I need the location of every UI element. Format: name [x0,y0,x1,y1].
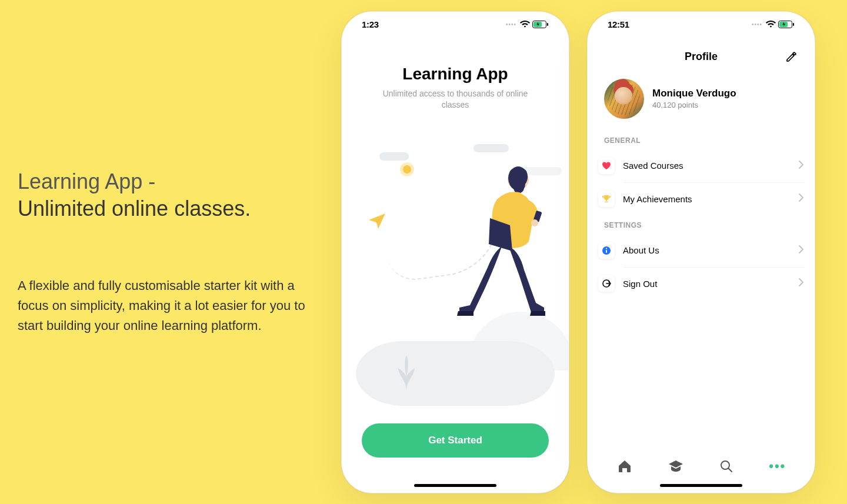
trophy-icon [598,191,615,207]
marketing-copy: Learning App - Unlimited online classes.… [0,168,329,336]
marketing-title-line2: Unlimited online classes. [18,196,251,221]
paper-plane-icon [368,211,388,233]
menu-label: Sign Out [623,279,799,289]
svg-rect-10 [606,250,607,253]
marketing-title: Learning App - Unlimited online classes. [18,168,329,223]
status-bar: 1:23 •••• [342,12,569,38]
chevron-right-icon [799,161,804,171]
menu-label: Saved Courses [623,161,799,171]
wifi-icon [766,21,776,28]
menu-item-signout[interactable]: Sign Out [623,267,804,300]
home-indicator[interactable] [660,484,742,487]
chevron-right-icon [799,278,804,289]
svg-point-5 [531,219,538,226]
search-icon [719,459,733,473]
section-label-general: GENERAL [588,131,815,149]
heart-icon [598,158,615,174]
status-indicators: •••• [752,21,795,28]
menu-list-general: Saved Courses My Achievements [588,149,815,215]
status-time: 12:51 [608,19,629,29]
onboarding-content: Learning App Unlimited access to thousan… [342,38,569,493]
marketing-description: A flexible and fully customisable starte… [18,276,318,336]
menu-item-achievements[interactable]: My Achievements [623,182,804,215]
user-name: Monique Verdugo [652,88,736,99]
walking-person-icon [456,164,556,337]
ground-shape [356,341,555,406]
status-indicators: •••• [506,21,549,28]
pencil-icon [785,51,797,63]
menu-label: About Us [623,245,799,255]
menu-label: My Achievements [623,194,799,204]
chevron-right-icon [799,193,804,204]
graduation-cap-icon [668,459,684,474]
sun-icon [403,165,411,173]
edit-button[interactable] [783,49,799,65]
section-label-settings: SETTINGS [588,215,815,234]
get-started-button[interactable]: Get Started [362,423,549,458]
more-icon: ••• [769,459,786,474]
home-indicator[interactable] [414,484,496,487]
app-title: Learning App [356,65,555,84]
svg-rect-8 [793,23,794,26]
user-info: Monique Verdugo 40,120 points [652,88,736,109]
profile-header: Profile [588,42,815,72]
status-time: 1:23 [362,19,379,29]
tab-search[interactable] [713,453,739,479]
sign-out-icon [598,275,615,292]
cloud-shape [473,144,509,152]
tab-courses[interactable] [663,453,689,479]
phone-screenshots: 1:23 •••• Learning App Unlimited access … [341,11,815,493]
svg-point-11 [606,248,607,249]
avatar[interactable] [604,79,644,119]
tab-more[interactable]: ••• [765,453,791,479]
tab-home[interactable] [612,453,638,479]
phone-profile: 12:51 •••• Profile Monique Verdugo 40,1 [587,11,815,493]
battery-charging-icon [778,21,795,28]
info-icon [598,242,615,259]
svg-rect-2 [547,23,548,26]
user-points: 40,120 points [652,101,736,109]
wifi-icon [520,21,530,28]
menu-item-about[interactable]: About Us [598,234,804,267]
cellular-dots-icon: •••• [752,21,762,28]
home-icon [617,459,632,474]
chevron-right-icon [799,245,804,256]
plant-icon [396,351,417,394]
onboarding-illustration [356,135,555,423]
cloud-shape [379,152,409,161]
menu-list-settings: About Us Sign Out [588,234,815,300]
menu-item-saved-courses[interactable]: Saved Courses [598,149,804,182]
app-subtitle: Unlimited access to thousands of online … [356,88,555,111]
status-bar: 12:51 •••• [588,12,815,38]
phone-onboarding: 1:23 •••• Learning App Unlimited access … [341,11,569,493]
cellular-dots-icon: •••• [506,21,516,28]
battery-charging-icon [532,21,549,28]
marketing-title-line1: Learning App - [18,169,155,193]
page-title: Profile [685,51,718,63]
profile-user-block: Monique Verdugo 40,120 points [588,72,815,131]
